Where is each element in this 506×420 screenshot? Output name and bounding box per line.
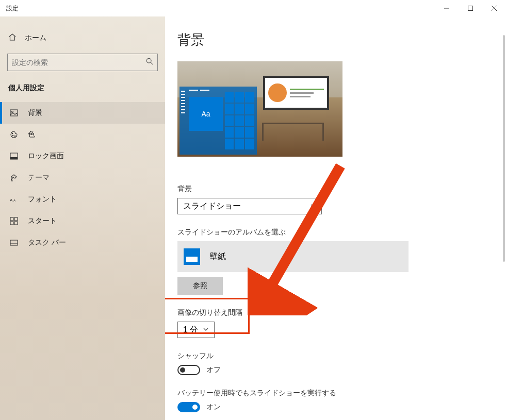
maximize-button[interactable] <box>459 0 482 16</box>
svg-rect-18 <box>10 222 13 225</box>
album-row[interactable]: 壁紙 <box>177 241 409 272</box>
background-dropdown[interactable]: スライドショー <box>177 198 322 214</box>
font-icon: AA <box>9 195 19 204</box>
background-preview: Aa <box>177 61 342 157</box>
nav-lockscreen[interactable]: ロック画面 <box>0 145 165 167</box>
svg-point-9 <box>12 135 13 136</box>
search-input[interactable] <box>12 58 146 66</box>
svg-point-4 <box>146 58 151 63</box>
home-label: ホーム <box>25 33 46 43</box>
sidebar: ホーム 個人用設定 背景 色 ロック画面 テーマ <box>0 16 165 420</box>
section-title: 個人用設定 <box>0 83 165 102</box>
svg-line-5 <box>151 62 153 64</box>
palette-icon <box>9 130 19 139</box>
interval-value: 1 分 <box>183 325 198 335</box>
shuffle-label: シャッフル <box>177 351 494 361</box>
nav-taskbar[interactable]: タスク バー <box>0 232 165 254</box>
svg-rect-17 <box>14 217 18 221</box>
scrollbar[interactable] <box>503 35 505 262</box>
app-title: 設定 <box>6 4 19 13</box>
svg-point-7 <box>12 111 13 113</box>
svg-rect-12 <box>10 157 18 159</box>
battery-toggle[interactable] <box>177 402 200 412</box>
shuffle-toggle[interactable] <box>177 365 200 375</box>
chevron-down-icon <box>310 201 316 211</box>
shuffle-state: オフ <box>206 365 221 375</box>
nav-start[interactable]: スタート <box>0 210 165 232</box>
interval-label: 画像の切り替え間隔 <box>177 308 494 317</box>
interval-dropdown[interactable]: 1 分 <box>177 322 215 338</box>
close-button[interactable] <box>482 0 506 16</box>
svg-rect-19 <box>14 222 18 225</box>
battery-state: オン <box>206 402 221 412</box>
battery-label: バッテリー使用時でもスライドショーを実行する <box>177 389 494 398</box>
minimize-button[interactable] <box>435 0 459 16</box>
search-icon <box>146 58 153 67</box>
nav-colors[interactable]: 色 <box>0 124 165 145</box>
nav-themes[interactable]: テーマ <box>0 167 165 189</box>
album-value: 壁紙 <box>209 251 226 262</box>
home-link[interactable]: ホーム <box>0 29 165 54</box>
titlebar: 設定 <box>0 0 506 16</box>
chevron-down-icon <box>203 325 209 334</box>
svg-rect-6 <box>10 110 18 116</box>
svg-point-8 <box>12 133 13 134</box>
page-title: 背景 <box>177 31 494 49</box>
svg-text:A: A <box>13 198 16 202</box>
folder-icon <box>184 248 200 265</box>
svg-text:A: A <box>10 198 13 203</box>
theme-icon <box>9 174 19 182</box>
preview-tile-aa: Aa <box>189 97 223 131</box>
main-content: 背景 Aa 背景 スライドショー <box>165 16 506 420</box>
nav-fonts[interactable]: AA フォント <box>0 189 165 210</box>
svg-rect-20 <box>10 240 18 245</box>
browse-button[interactable]: 参照 <box>177 277 223 295</box>
taskbar-icon <box>9 239 19 247</box>
background-label: 背景 <box>177 184 494 194</box>
home-icon <box>8 33 17 43</box>
svg-point-10 <box>14 136 15 137</box>
picture-icon <box>9 109 19 117</box>
svg-rect-1 <box>468 6 473 11</box>
start-icon <box>9 217 19 225</box>
search-box[interactable] <box>7 54 158 71</box>
background-value: スライドショー <box>183 201 241 212</box>
album-label: スライドショーのアルバムを選ぶ <box>177 228 494 237</box>
svg-rect-16 <box>10 217 13 221</box>
lockscreen-icon <box>9 152 19 160</box>
nav-background[interactable]: 背景 <box>0 102 165 124</box>
